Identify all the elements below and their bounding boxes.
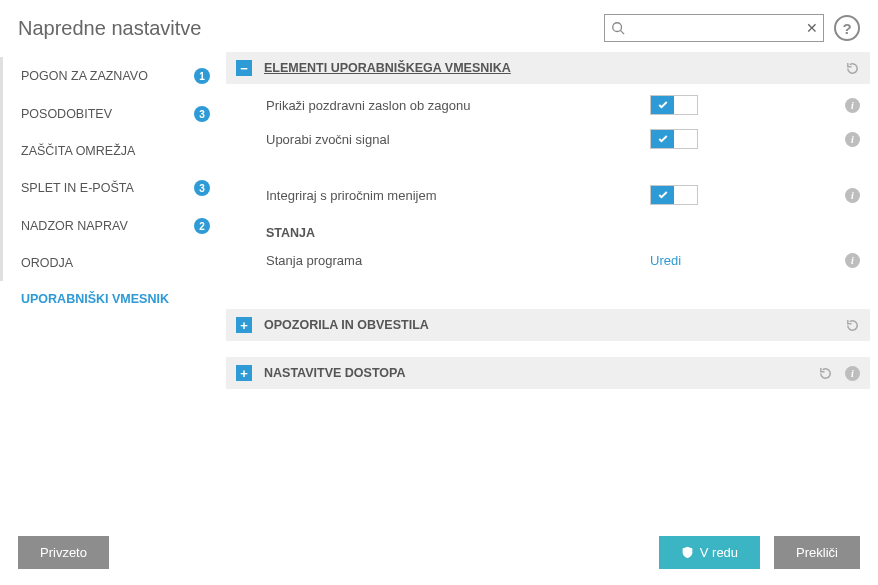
sidebar-item-tools[interactable]: ORODJA xyxy=(0,245,226,281)
sidebar-item-label: SPLET IN E-POŠTA xyxy=(21,181,186,195)
sidebar-item-label: POGON ZA ZAZNAVO xyxy=(21,69,186,83)
section-title[interactable]: OPOZORILA IN OBVESTILA xyxy=(264,318,429,332)
row-control xyxy=(650,129,830,149)
page-title: Napredne nastavitve xyxy=(18,17,201,40)
search-wrapper: ✕ xyxy=(604,14,824,42)
row-info: i xyxy=(830,253,860,268)
collapse-toggle-icon[interactable]: − xyxy=(236,60,252,76)
search-clear-button[interactable]: ✕ xyxy=(806,21,818,35)
row-label: Integriraj s priročnim menijem xyxy=(266,188,650,203)
info-icon[interactable]: i xyxy=(845,188,860,203)
row-label: Prikaži pozdravni zaslon ob zagonu xyxy=(266,98,650,113)
footer-right: V redu Prekliči xyxy=(659,536,860,569)
revert-icon[interactable] xyxy=(818,366,833,381)
section-title[interactable]: ELEMENTI UPORABNIŠKEGA VMESNIKA xyxy=(264,61,511,75)
row-label: Uporabi zvočni signal xyxy=(266,132,650,147)
footer: Privzeto V redu Prekliči xyxy=(0,524,878,585)
section-head-access: + NASTAVITVE DOSTOPA i xyxy=(226,357,870,389)
sidebar-badge: 1 xyxy=(194,68,210,84)
sidebar-item-device-control[interactable]: NADZOR NAPRAV 2 xyxy=(0,207,226,245)
row-label: Stanja programa xyxy=(266,253,650,268)
sidebar-item-label: ZAŠČITA OMREŽJA xyxy=(21,144,210,158)
shield-icon xyxy=(681,546,694,559)
sidebar-badge: 3 xyxy=(194,106,210,122)
states-heading: STANJA xyxy=(226,212,870,246)
ok-button-label: V redu xyxy=(700,545,738,560)
sidebar-item-label: NADZOR NAPRAV xyxy=(21,219,186,233)
info-icon[interactable]: i xyxy=(845,366,860,381)
row-info: i xyxy=(830,98,860,113)
sidebar-item-user-interface[interactable]: UPORABNIŠKI VMESNIK xyxy=(0,281,226,317)
toggle-check-icon xyxy=(651,96,674,114)
sidebar-badge: 2 xyxy=(194,218,210,234)
toggle-off-state xyxy=(674,130,697,148)
setting-row-splash-screen: Prikaži pozdravni zaslon ob zagonu i xyxy=(226,88,870,122)
sidebar-item-web-email[interactable]: SPLET IN E-POŠTA 3 xyxy=(0,169,226,207)
spacer xyxy=(226,156,870,178)
setting-row-program-states: Stanja programa Uredi i xyxy=(226,246,870,275)
content: POGON ZA ZAZNAVO 1 POSODOBITEV 3 ZAŠČITA… xyxy=(0,52,878,522)
expand-toggle-icon[interactable]: + xyxy=(236,365,252,381)
sidebar-item-label: UPORABNIŠKI VMESNIK xyxy=(21,292,210,306)
setting-row-sound-signal: Uporabi zvočni signal i xyxy=(226,122,870,156)
section-actions: i xyxy=(818,366,860,381)
info-icon[interactable]: i xyxy=(845,132,860,147)
toggle-off-state xyxy=(674,96,697,114)
expand-toggle-icon[interactable]: + xyxy=(236,317,252,333)
sidebar-item-detection-engine[interactable]: POGON ZA ZAZNAVO 1 xyxy=(0,57,226,95)
sidebar-item-update[interactable]: POSODOBITEV 3 xyxy=(0,95,226,133)
row-control xyxy=(650,95,830,115)
sidebar-item-label: POSODOBITEV xyxy=(21,107,186,121)
section-head-alerts: + OPOZORILA IN OBVESTILA xyxy=(226,309,870,341)
section-actions xyxy=(845,318,860,333)
row-info: i xyxy=(830,132,860,147)
setting-row-context-menu: Integriraj s priročnim menijem i xyxy=(226,178,870,212)
row-control: Uredi xyxy=(650,253,830,268)
header-actions: ✕ ? xyxy=(604,14,860,42)
sidebar-item-network-protection[interactable]: ZAŠČITA OMREŽJA xyxy=(0,133,226,169)
toggle-off-state xyxy=(674,186,697,204)
search-input[interactable] xyxy=(604,14,824,42)
revert-icon[interactable] xyxy=(845,318,860,333)
sidebar-item-label: ORODJA xyxy=(21,256,210,270)
row-control xyxy=(650,185,830,205)
info-icon[interactable]: i xyxy=(845,253,860,268)
row-info: i xyxy=(830,188,860,203)
ok-button[interactable]: V redu xyxy=(659,536,760,569)
sidebar: POGON ZA ZAZNAVO 1 POSODOBITEV 3 ZAŠČITA… xyxy=(0,52,226,522)
section-head-ui-elements: − ELEMENTI UPORABNIŠKEGA VMESNIKA xyxy=(226,52,870,84)
revert-icon[interactable] xyxy=(845,61,860,76)
main-panel: − ELEMENTI UPORABNIŠKEGA VMESNIKA Prikaž… xyxy=(226,52,878,522)
toggle-sound-signal[interactable] xyxy=(650,129,698,149)
default-button[interactable]: Privzeto xyxy=(18,536,109,569)
spacer xyxy=(226,345,870,357)
info-icon[interactable]: i xyxy=(845,98,860,113)
sidebar-badge: 3 xyxy=(194,180,210,196)
cancel-button[interactable]: Prekliči xyxy=(774,536,860,569)
toggle-check-icon xyxy=(651,130,674,148)
section-title[interactable]: NASTAVITVE DOSTOPA xyxy=(264,366,405,380)
header: Napredne nastavitve ✕ ? xyxy=(0,0,878,52)
help-button[interactable]: ? xyxy=(834,15,860,41)
toggle-context-menu[interactable] xyxy=(650,185,698,205)
toggle-splash-screen[interactable] xyxy=(650,95,698,115)
edit-link[interactable]: Uredi xyxy=(650,253,681,268)
spacer xyxy=(226,275,870,309)
toggle-check-icon xyxy=(651,186,674,204)
section-actions xyxy=(845,61,860,76)
